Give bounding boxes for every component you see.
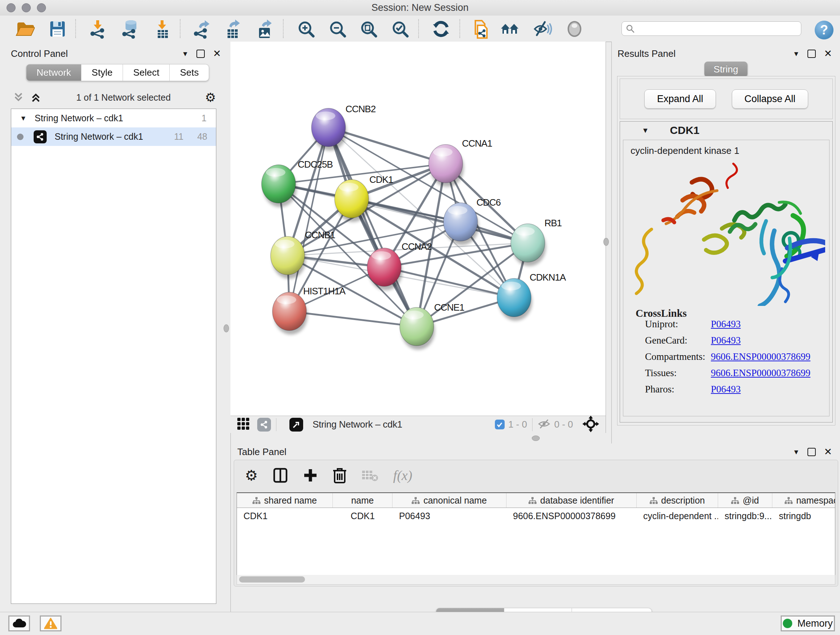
main-toolbar: ? (0, 16, 840, 42)
string-view-icon[interactable] (257, 418, 271, 432)
zoom-in-button[interactable] (296, 19, 316, 39)
panel-float-icon[interactable] (807, 448, 816, 456)
close-window-button[interactable] (6, 3, 16, 12)
column-header-shared-name[interactable]: shared name (237, 493, 333, 508)
column-header-database-identifier[interactable]: database identifier (507, 493, 637, 508)
expand-all-chevron-icon[interactable] (30, 91, 42, 103)
table-horizontal-scrollbar[interactable] (237, 575, 835, 585)
memory-label: Memory (797, 618, 833, 629)
show-graphics-details-button[interactable] (564, 19, 584, 39)
network-row-selected[interactable]: String Network – cdk1 11 48 (11, 127, 216, 146)
zoom-fit-button[interactable] (358, 19, 379, 39)
right-splitter-handle[interactable] (603, 238, 609, 246)
panel-float-icon[interactable] (807, 50, 816, 58)
cloud-status-button[interactable] (8, 616, 30, 631)
tab-style[interactable]: Style (81, 64, 123, 81)
open-folder-icon (15, 19, 35, 39)
panel-close-icon[interactable]: ✕ (824, 49, 832, 59)
column-header-@id[interactable]: @id (718, 493, 772, 508)
tab-sets[interactable]: Sets (170, 64, 209, 81)
save-session-button[interactable] (47, 19, 68, 39)
table-row[interactable]: CDK1CDK1P064939606.ENSP00000378699cyclin… (237, 508, 835, 524)
window-title: Session: New Session (371, 2, 469, 13)
table-cell[interactable]: stringdb:9... (718, 511, 772, 521)
column-header-name[interactable]: name (333, 493, 393, 508)
scrollbar-thumb[interactable] (239, 576, 305, 583)
left-splitter-handle[interactable] (224, 325, 229, 333)
table-cell[interactable]: CDK1 (237, 511, 333, 521)
tab-select[interactable]: Select (123, 64, 170, 81)
table-panel: Table Panel ▼ ✕ ⚙ (231, 443, 840, 612)
collapse-all-chevron-icon[interactable] (12, 91, 25, 103)
panel-close-icon[interactable]: ✕ (213, 49, 221, 59)
column-header-namespace[interactable]: namespace (772, 493, 835, 508)
expand-all-button[interactable]: Expand All (644, 89, 716, 109)
help-button[interactable]: ? (815, 21, 834, 40)
table-cell[interactable]: cyclin-dependent ... (637, 511, 718, 521)
collapse-all-button[interactable]: Collapse All (732, 89, 808, 109)
first-neighbors-button[interactable] (500, 19, 520, 39)
crosslink-pharos-link[interactable]: P06493 (711, 384, 741, 400)
detach-view-icon[interactable] (289, 418, 303, 432)
export-network-button[interactable] (192, 19, 212, 39)
table-cell[interactable]: P06493 (393, 511, 507, 521)
column-header-description[interactable]: description (637, 493, 718, 508)
show-columns-icon[interactable] (272, 467, 288, 483)
panel-float-icon[interactable] (196, 50, 205, 58)
clone-network-button[interactable] (470, 19, 490, 39)
tab-network[interactable]: Network (26, 64, 81, 81)
tab-string[interactable]: String (704, 62, 748, 77)
zoom-selected-button[interactable] (390, 19, 410, 39)
panel-close-icon[interactable]: ✕ (824, 447, 832, 457)
node-table[interactable]: shared namenamecanonical namedatabase id… (237, 492, 835, 575)
crosslink-tissues-link[interactable]: 9606.ENSP00000378699 (711, 367, 810, 384)
hide-selected-button[interactable] (532, 19, 553, 39)
table-cell[interactable]: stringdb (772, 511, 835, 521)
import-table-file-button[interactable] (152, 19, 172, 39)
grid-view-icon[interactable] (236, 417, 251, 432)
export-table-button[interactable] (223, 19, 243, 39)
table-options-gear-icon[interactable]: ⚙ (245, 468, 258, 483)
delete-column-icon[interactable] (332, 467, 347, 484)
column-type-icon (253, 497, 261, 504)
svg-text:HIST1H1A: HIST1H1A (303, 286, 346, 296)
crosslink-label: Pharos: (645, 384, 711, 400)
crosslinks-title: CrossLinks (636, 307, 687, 319)
export-image-button[interactable] (254, 19, 275, 39)
control-panel-tabs: Network Style Select Sets (26, 64, 209, 81)
column-type-icon (529, 497, 537, 504)
network-collection-row[interactable]: ▼ String Network – cdk1 1 (11, 109, 216, 127)
refresh-button[interactable] (431, 19, 451, 39)
network-canvas[interactable]: CCNB2CCNA1CDC25BCDK1CDC6RB1CCNB1CCNA2CDK… (231, 42, 605, 416)
add-column-icon[interactable] (303, 468, 318, 483)
panel-menu-icon[interactable]: ▼ (793, 50, 800, 58)
open-session-button[interactable] (15, 19, 35, 39)
panel-menu-icon[interactable]: ▼ (182, 50, 189, 58)
section-collapse-icon[interactable]: ▼ (642, 126, 649, 135)
import-network-file-button[interactable] (88, 19, 108, 39)
network-view[interactable]: CCNB2CCNA1CDC25BCDK1CDC6RB1CCNB1CCNA2CDK… (231, 42, 606, 433)
column-header-canonical-name[interactable]: canonical name (393, 493, 507, 508)
birds-eye-crosshair-icon[interactable] (583, 416, 599, 434)
crosslink-uniprot-link[interactable]: P06493 (711, 318, 741, 335)
zoom-out-button[interactable] (327, 19, 347, 39)
horizontal-splitter-handle[interactable] (532, 435, 540, 441)
selected-nodes-checkbox[interactable] (495, 420, 505, 429)
collection-expand-icon[interactable]: ▼ (20, 114, 27, 122)
table-cell[interactable]: 9606.ENSP00000378699 (507, 511, 637, 521)
protein-structure-image (627, 157, 825, 306)
panel-menu-icon[interactable]: ▼ (793, 448, 800, 456)
warnings-button[interactable] (40, 616, 62, 631)
control-panel: Control Panel ▼ ✕ Network Style Select S… (0, 42, 231, 612)
minimize-window-button[interactable] (22, 3, 31, 12)
zoom-window-button[interactable] (37, 3, 46, 12)
memory-button[interactable]: Memory (781, 616, 835, 631)
refresh-icon (431, 19, 451, 39)
import-network-database-button[interactable] (120, 19, 140, 39)
search-input[interactable] (635, 23, 801, 34)
toolbar-separator (180, 19, 180, 38)
crosslink-compartments-link[interactable]: 9606.ENSP00000378699 (711, 351, 810, 367)
crosslink-genecard-link[interactable]: P06493 (711, 335, 741, 351)
table-cell[interactable]: CDK1 (333, 511, 393, 521)
network-options-gear-icon[interactable]: ⚙ (205, 91, 216, 103)
